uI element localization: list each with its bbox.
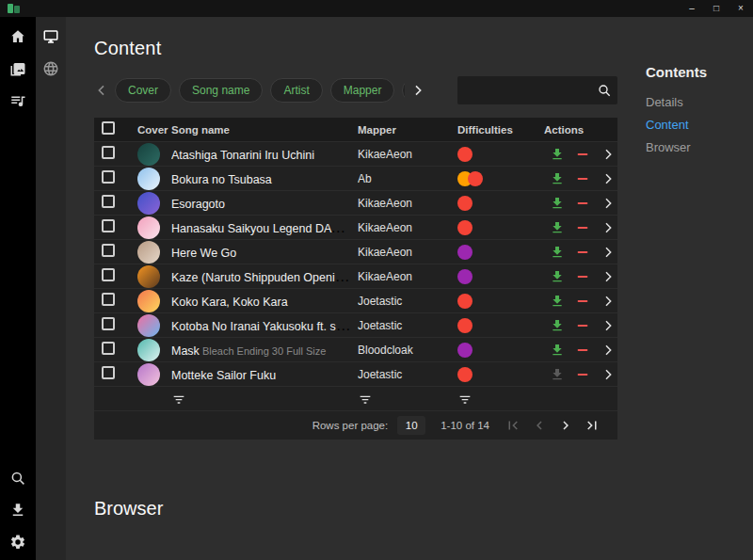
expand-row-icon[interactable] — [601, 245, 616, 260]
search-tool-icon[interactable] — [9, 470, 26, 487]
chip-cover[interactable]: Cover — [115, 78, 171, 103]
difficulty-dots — [457, 269, 544, 284]
row-checkbox[interactable] — [102, 170, 115, 184]
expand-row-icon[interactable] — [601, 318, 616, 333]
device-monitor-icon[interactable] — [42, 28, 59, 45]
remove-icon[interactable] — [575, 367, 590, 382]
search-icon[interactable] — [597, 83, 612, 98]
difficulty-dot-red — [457, 294, 473, 309]
maximize-button[interactable]: □ — [704, 0, 729, 17]
remove-icon[interactable] — [575, 220, 590, 235]
mapper-name: KikaeAeon — [358, 246, 457, 259]
row-checkbox[interactable] — [102, 146, 115, 159]
row-checkbox[interactable] — [102, 268, 115, 281]
mapper-filter-icon[interactable] — [358, 392, 373, 407]
filter-bar: Cover Song name Artist Mapper Difficulti… — [94, 76, 617, 104]
remove-icon[interactable] — [575, 147, 590, 162]
mapper-name: KikaeAeon — [358, 221, 457, 234]
app-logo — [8, 3, 21, 14]
select-all-checkbox[interactable] — [102, 121, 115, 135]
download-tool-icon[interactable] — [9, 502, 26, 519]
song-subtitle: Bleach Ending 30 Full Size — [202, 345, 326, 357]
chips-scroll-right-icon[interactable] — [410, 83, 425, 98]
contents-nav: Contents Details Content Browser — [631, 17, 753, 560]
cover-thumbnail — [137, 216, 160, 239]
download-icon[interactable] — [550, 147, 565, 162]
song-name: Bokura no Tsubasa — [171, 173, 272, 186]
remove-icon[interactable] — [575, 343, 590, 358]
header-mapper: Mapper — [358, 124, 457, 136]
song-name-filter-icon[interactable] — [171, 392, 186, 407]
expand-row-icon[interactable] — [601, 196, 616, 211]
row-checkbox[interactable] — [102, 195, 115, 208]
download-icon[interactable] — [550, 294, 565, 309]
search-input[interactable] — [467, 84, 597, 97]
download-icon[interactable] — [550, 367, 565, 382]
download-icon[interactable] — [550, 318, 565, 333]
cover-thumbnail — [137, 290, 160, 312]
app-window: – □ × — [0, 0, 753, 560]
expand-row-icon[interactable] — [601, 367, 616, 382]
settings-gear-icon[interactable] — [9, 534, 26, 551]
chip-artist[interactable]: Artist — [270, 78, 322, 103]
row-checkbox[interactable] — [102, 293, 115, 306]
row-checkbox[interactable] — [102, 219, 115, 232]
header-actions: Actions — [544, 124, 617, 136]
library-icon[interactable] — [9, 60, 26, 77]
cover-thumbnail — [137, 168, 160, 190]
expand-row-icon[interactable] — [601, 147, 616, 162]
song-name: Motteke Sailor Fuku — [171, 369, 276, 382]
row-checkbox[interactable] — [102, 342, 115, 355]
expand-row-icon[interactable] — [601, 269, 616, 284]
song-name: Atashiga Tonarini Iru Uchini — [171, 149, 314, 162]
remove-icon[interactable] — [575, 318, 590, 333]
remove-icon[interactable] — [575, 171, 590, 186]
titlebar: – □ × — [0, 0, 753, 17]
download-icon[interactable] — [550, 220, 565, 235]
table-header-row: Cover Song name Mapper Difficulties Acti… — [94, 118, 617, 142]
difficulty-dot-purple — [457, 245, 473, 260]
song-name: Hanasaku Saikyou Legend DAYS (… — [171, 219, 358, 235]
expand-row-icon[interactable] — [601, 343, 616, 358]
remove-icon[interactable] — [575, 269, 590, 284]
header-difficulties: Difficulties — [457, 124, 544, 136]
home-icon[interactable] — [9, 28, 26, 45]
chip-mapper[interactable]: Mapper — [330, 78, 395, 103]
chip-song-name[interactable]: Song name — [179, 78, 263, 103]
chips-scroll-left-icon[interactable] — [94, 83, 109, 98]
playlist-icon[interactable] — [9, 92, 26, 109]
song-name: Kaze (Naruto Shippuden Opening … — [171, 268, 358, 284]
minimize-button[interactable]: – — [680, 0, 704, 17]
download-icon[interactable] — [550, 343, 565, 358]
expand-row-icon[interactable] — [601, 171, 616, 186]
expand-row-icon[interactable] — [601, 294, 616, 309]
remove-icon[interactable] — [575, 294, 590, 309]
globe-icon[interactable] — [42, 60, 59, 77]
first-page-icon[interactable] — [505, 417, 521, 434]
mapper-name: Joetastic — [358, 368, 457, 381]
next-page-icon[interactable] — [557, 417, 574, 434]
download-icon[interactable] — [550, 245, 565, 260]
expand-row-icon[interactable] — [601, 220, 616, 235]
rows-per-page-select[interactable]: 10 — [397, 416, 425, 435]
remove-icon[interactable] — [575, 196, 590, 211]
difficulties-filter-icon[interactable] — [457, 392, 473, 407]
pagination-range: 1-10 of 14 — [441, 420, 489, 431]
previous-page-icon[interactable] — [531, 417, 548, 434]
difficulty-dot-red — [468, 171, 483, 186]
last-page-icon[interactable] — [584, 417, 601, 434]
contents-nav-item-content[interactable]: Content — [646, 118, 753, 132]
window-controls: – □ × — [680, 0, 753, 17]
row-checkbox[interactable] — [102, 317, 115, 330]
chip-difficulties[interactable]: Difficulties — [402, 78, 405, 103]
row-checkbox[interactable] — [102, 366, 115, 379]
contents-nav-item-browser[interactable]: Browser — [646, 140, 753, 154]
remove-icon[interactable] — [575, 245, 590, 260]
download-icon[interactable] — [550, 269, 565, 284]
contents-nav-title: Contents — [646, 64, 753, 80]
contents-nav-item-details[interactable]: Details — [646, 95, 753, 109]
close-button[interactable]: × — [729, 0, 753, 17]
download-icon[interactable] — [550, 171, 565, 186]
download-icon[interactable] — [550, 196, 565, 211]
row-checkbox[interactable] — [102, 244, 115, 257]
